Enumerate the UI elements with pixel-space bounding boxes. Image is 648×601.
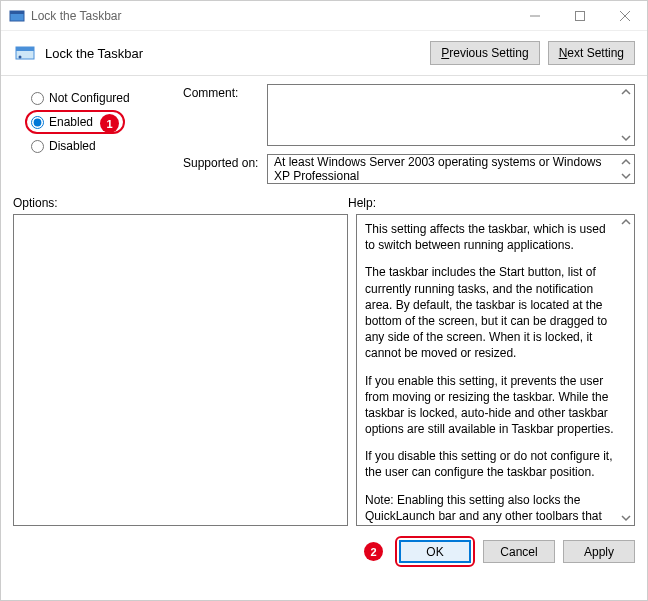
- chevron-down-icon: [621, 171, 631, 181]
- radio-disabled-input[interactable]: [31, 140, 44, 153]
- supported-on-field: At least Windows Server 2003 operating s…: [267, 154, 635, 184]
- scroll-affordance[interactable]: [618, 85, 634, 145]
- svg-rect-1: [10, 11, 24, 14]
- scroll-affordance[interactable]: [618, 155, 634, 183]
- comment-label: Comment:: [183, 84, 267, 100]
- ok-button[interactable]: OK: [399, 540, 471, 563]
- help-paragraph: The taskbar includes the Start button, l…: [365, 264, 614, 361]
- divider: [1, 75, 647, 76]
- minimize-button[interactable]: [512, 1, 557, 31]
- radio-enabled-label: Enabled: [49, 115, 93, 129]
- titlebar: Lock the Taskbar: [1, 1, 647, 31]
- supported-on-value: At least Windows Server 2003 operating s…: [274, 155, 616, 183]
- policy-icon: [9, 8, 25, 24]
- cancel-button[interactable]: Cancel: [483, 540, 555, 563]
- header: Lock the Taskbar Previous Setting Next S…: [1, 31, 647, 73]
- policy-icon-large: [13, 41, 37, 65]
- chevron-up-icon: [621, 157, 631, 167]
- radio-not-configured[interactable]: Not Configured: [31, 86, 183, 110]
- radio-not-configured-label: Not Configured: [49, 91, 130, 105]
- state-radios: Not Configured Enabled 1 Disabled: [13, 84, 183, 184]
- options-label: Options:: [13, 196, 348, 210]
- window-title: Lock the Taskbar: [31, 9, 512, 23]
- help-pane: This setting affects the taskbar, which …: [356, 214, 635, 526]
- radio-disabled[interactable]: Disabled: [31, 134, 183, 158]
- previous-setting-button[interactable]: Previous Setting: [430, 41, 539, 65]
- apply-button[interactable]: Apply: [563, 540, 635, 563]
- scroll-affordance[interactable]: [618, 215, 634, 525]
- radio-not-configured-input[interactable]: [31, 92, 44, 105]
- ok-callout-wrap: OK: [395, 536, 475, 567]
- chevron-down-icon: [621, 133, 631, 143]
- comment-textarea[interactable]: [267, 84, 635, 146]
- help-paragraph: If you disable this setting or do not co…: [365, 448, 614, 480]
- radio-enabled[interactable]: Enabled 1: [25, 110, 125, 134]
- help-label: Help:: [348, 196, 635, 210]
- help-paragraph: This setting affects the taskbar, which …: [365, 221, 614, 253]
- supported-on-label: Supported on:: [183, 154, 267, 170]
- help-paragraph: If you enable this setting, it prevents …: [365, 373, 614, 438]
- options-pane: [13, 214, 348, 526]
- svg-point-8: [19, 56, 22, 59]
- close-button[interactable]: [602, 1, 647, 31]
- svg-rect-7: [16, 47, 34, 51]
- chevron-up-icon: [621, 217, 631, 227]
- maximize-button[interactable]: [557, 1, 602, 31]
- page-title: Lock the Taskbar: [45, 46, 143, 61]
- dialog-buttons: 2 OK Cancel Apply: [1, 526, 647, 577]
- chevron-down-icon: [621, 513, 631, 523]
- chevron-up-icon: [621, 87, 631, 97]
- next-setting-button[interactable]: Next Setting: [548, 41, 635, 65]
- svg-rect-3: [575, 11, 584, 20]
- radio-disabled-label: Disabled: [49, 139, 96, 153]
- callout-badge-2: 2: [364, 542, 383, 561]
- help-paragraph: Note: Enabling this setting also locks t…: [365, 492, 614, 526]
- radio-enabled-input[interactable]: [31, 116, 44, 129]
- callout-badge-1: 1: [100, 114, 119, 133]
